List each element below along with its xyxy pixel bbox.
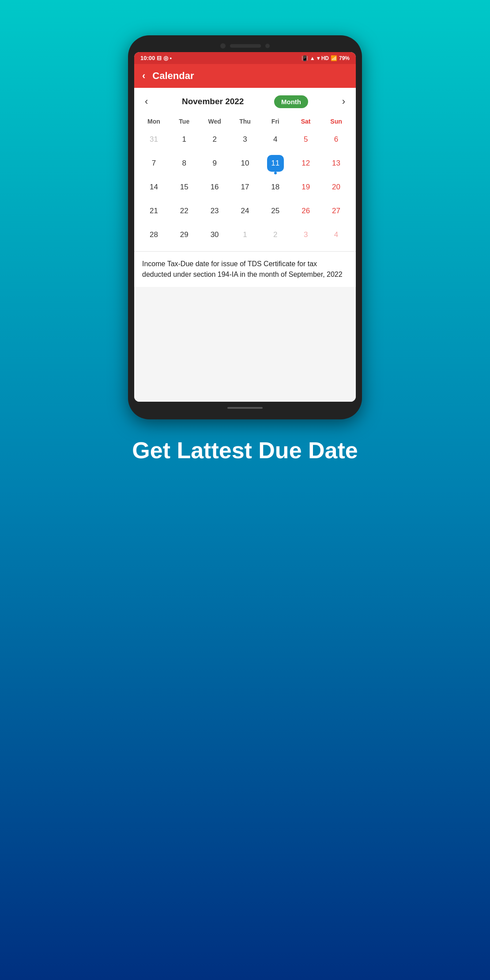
vibrate-icon: 📳 <box>302 55 308 61</box>
calendar-day-1-week-1[interactable]: 1 <box>169 128 200 151</box>
next-month-button[interactable]: › <box>339 94 349 109</box>
calendar-day-26-week-4[interactable]: 26 <box>290 199 321 223</box>
calendar-day-10-week-2[interactable]: 10 <box>230 151 260 175</box>
calendar-day-2-week-1[interactable]: 2 <box>200 128 230 151</box>
wifi-icon: ▾ <box>317 55 320 61</box>
calendar-day-16-week-3[interactable]: 16 <box>200 175 230 199</box>
calendar-week-1: 31123456 <box>139 128 351 151</box>
calendar-day-4-week-1[interactable]: 4 <box>260 128 290 151</box>
weekday-header-sat: Sat <box>290 115 321 128</box>
day-number: 1 <box>176 131 192 148</box>
calendar-day-7-week-2[interactable]: 7 <box>139 151 169 175</box>
weekday-header-mon: Mon <box>139 115 169 128</box>
calendar-day-17-week-3[interactable]: 17 <box>230 175 260 199</box>
status-bar: 10:00 ⊟ ◎ • 📳 ▲ ▾ HD 📶 79% <box>134 52 356 64</box>
calendar-day-23-week-4[interactable]: 23 <box>200 199 230 223</box>
calendar-day-1-week-5[interactable]: 1 <box>230 223 260 247</box>
day-number: 10 <box>237 155 253 172</box>
calendar-day-27-week-4[interactable]: 27 <box>321 199 351 223</box>
prev-month-button[interactable]: ‹ <box>141 94 151 109</box>
weekday-header-wed: Wed <box>200 115 230 128</box>
hd-label: HD <box>321 55 329 61</box>
battery-display: 79% <box>339 55 350 61</box>
day-number: 8 <box>176 155 192 172</box>
calendar-day-3-week-1[interactable]: 3 <box>230 128 260 151</box>
day-number: 24 <box>237 203 253 219</box>
day-number: 30 <box>206 226 223 243</box>
day-number: 15 <box>176 179 192 196</box>
day-number: 1 <box>237 226 253 243</box>
calendar-day-22-week-4[interactable]: 22 <box>169 199 200 223</box>
calendar-day-30-week-5[interactable]: 30 <box>200 223 230 247</box>
calendar-day-3-week-5[interactable]: 3 <box>290 223 321 247</box>
calendar-week-4: 21222324252627 <box>139 199 351 223</box>
day-number: 13 <box>328 155 345 172</box>
calendar-day-25-week-4[interactable]: 25 <box>260 199 290 223</box>
calendar-day-31-week-1[interactable]: 31 <box>139 128 169 151</box>
network-icon: ▲ <box>310 55 315 61</box>
day-number: 17 <box>237 179 253 196</box>
page-title: Calendar <box>152 70 194 82</box>
calendar-day-9-week-2[interactable]: 9 <box>200 151 230 175</box>
calendar-day-4-week-5[interactable]: 4 <box>321 223 351 247</box>
calendar-day-12-week-2[interactable]: 12 <box>290 151 321 175</box>
notification-icons: ⊟ ◎ • <box>157 55 172 61</box>
calendar-week-3: 14151617181920 <box>139 175 351 199</box>
calendar-day-6-week-1[interactable]: 6 <box>321 128 351 151</box>
calendar-day-20-week-3[interactable]: 20 <box>321 175 351 199</box>
day-number: 27 <box>328 203 345 219</box>
calendar-day-28-week-5[interactable]: 28 <box>139 223 169 247</box>
day-number: 14 <box>145 179 162 196</box>
time-display: 10:00 <box>140 55 155 61</box>
calendar-day-14-week-3[interactable]: 14 <box>139 175 169 199</box>
calendar-week-2: 78910111213 <box>139 151 351 175</box>
home-indicator <box>227 407 263 409</box>
calendar-day-13-week-2[interactable]: 13 <box>321 151 351 175</box>
day-number: 6 <box>328 131 345 148</box>
day-number: 31 <box>145 131 162 148</box>
day-number: 4 <box>328 226 345 243</box>
back-button[interactable]: ‹ <box>142 70 145 82</box>
day-number: 19 <box>298 179 314 196</box>
day-number: 5 <box>298 131 314 148</box>
day-number: 2 <box>206 131 223 148</box>
weekday-header-fri: Fri <box>260 115 290 128</box>
calendar-day-5-week-1[interactable]: 5 <box>290 128 321 151</box>
calendar-day-2-week-5[interactable]: 2 <box>260 223 290 247</box>
calendar-day-8-week-2[interactable]: 8 <box>169 151 200 175</box>
calendar-day-19-week-3[interactable]: 19 <box>290 175 321 199</box>
day-number: 23 <box>206 203 223 219</box>
day-number: 3 <box>237 131 253 148</box>
day-number: 12 <box>298 155 314 172</box>
phone-notch <box>134 43 356 49</box>
weekday-header-thu: Thu <box>230 115 260 128</box>
phone-bottom <box>134 407 356 409</box>
day-number: 3 <box>298 226 314 243</box>
front-camera <box>220 43 226 49</box>
calendar-day-29-week-5[interactable]: 29 <box>169 223 200 247</box>
calendar-day-11-week-2[interactable]: 11 <box>260 151 290 175</box>
day-number: 11 <box>267 155 284 172</box>
month-view-button[interactable]: Month <box>274 95 308 108</box>
calendar-day-18-week-3[interactable]: 18 <box>260 175 290 199</box>
day-number: 29 <box>176 226 192 243</box>
calendar-week-5: 2829301234 <box>139 223 351 247</box>
month-navigation: ‹ November 2022 Month › <box>139 94 351 109</box>
bottom-text-area: Get Lattest Due Date <box>0 437 490 464</box>
calendar-day-24-week-4[interactable]: 24 <box>230 199 260 223</box>
app-header: ‹ Calendar <box>134 64 356 88</box>
day-number: 26 <box>298 203 314 219</box>
sensor <box>265 44 270 48</box>
event-dot <box>274 172 277 174</box>
bottom-headline: Get Lattest Due Date <box>0 437 490 464</box>
calendar-day-15-week-3[interactable]: 15 <box>169 175 200 199</box>
day-number: 4 <box>267 131 284 148</box>
weekday-header-sun: Sun <box>321 115 351 128</box>
weekday-header-tue: Tue <box>169 115 200 128</box>
calendar-day-21-week-4[interactable]: 21 <box>139 199 169 223</box>
day-number: 28 <box>145 226 162 243</box>
day-number: 9 <box>206 155 223 172</box>
calendar-container: ‹ November 2022 Month › MonTueWedThuFriS… <box>134 88 356 251</box>
day-number: 18 <box>267 179 284 196</box>
month-year-label: November 2022 <box>182 97 244 106</box>
